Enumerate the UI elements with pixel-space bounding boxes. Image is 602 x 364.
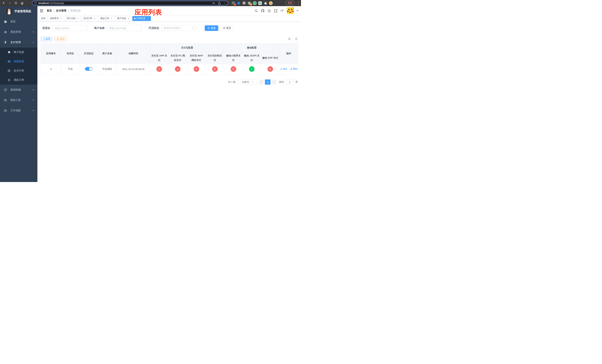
app-name-input[interactable] (52, 25, 87, 31)
extensions-puzzle-icon[interactable] (264, 1, 267, 5)
delete-link[interactable]: 删除 (290, 67, 297, 71)
help-icon[interactable]: ? (267, 9, 271, 13)
tag-refund-order[interactable]: 退款订单 (99, 16, 115, 21)
sidebar: 芋道管理系统 首页 系统管理 ▼ ¥ 支付管理 ▲ 商户信息 (0, 6, 37, 182)
app-logo-row: 芋道管理系统 (0, 6, 37, 16)
address-bar[interactable]: localhost:1024/pay/app ☆ (32, 1, 228, 5)
profile-emoji-icon[interactable] (269, 1, 273, 5)
cell-app-name: 芋道 (61, 64, 80, 75)
tag-process-form[interactable]: 流程表单 (48, 16, 64, 21)
select-placeholder: 请选择开启状态 (164, 26, 181, 30)
chevron-down-icon: ▼ (32, 89, 34, 91)
extension-grid-icon[interactable]: 10 (231, 1, 235, 5)
col-header-alipay-qr: 支付宝扫码支付 (206, 52, 224, 64)
download-icon (57, 38, 59, 40)
user-avatar[interactable] (287, 7, 294, 14)
search-button-label: 搜索 (211, 26, 216, 30)
tag-close-icon[interactable] (110, 17, 113, 20)
sidebar-item-system[interactable]: 系统管理 ▼ (0, 27, 37, 37)
breadcrumb-home[interactable]: 首页 (47, 9, 52, 12)
status-success-icon (249, 66, 255, 72)
extension-command-icon[interactable]: ⌘ (242, 1, 246, 5)
sidebar-item-workflow[interactable]: 工作流程 ▼ (0, 105, 37, 116)
tag-close-icon[interactable] (77, 17, 79, 20)
sidebar-item-label: 工作流程 (10, 109, 21, 112)
next-page-button[interactable]: › (272, 79, 276, 85)
font-size-icon[interactable]: TT (280, 9, 284, 13)
page-annotation: 应用列表 (135, 8, 162, 17)
password-key-icon[interactable] (212, 1, 215, 5)
sidebar-item-infrastructure[interactable]: 基础设施 ▼ (0, 85, 37, 95)
breadcrumb-separator: / (68, 9, 69, 12)
bookmark-star-icon[interactable]: ☆ (224, 2, 226, 4)
tag-pay-order[interactable]: 支付订单 (82, 16, 98, 21)
status-fail-icon (175, 66, 181, 72)
sidebar-item-home[interactable]: 首页 (0, 16, 37, 27)
extension-recorder-icon[interactable]: 1 (247, 1, 251, 5)
sidebar-item-refund-orders[interactable]: 退款订单 (0, 75, 37, 85)
tag-close-icon[interactable] (94, 17, 96, 20)
extension-balloon-icon[interactable] (237, 1, 240, 5)
toggle-search-button[interactable] (287, 36, 292, 42)
header-search-icon[interactable] (254, 9, 258, 13)
github-icon[interactable] (261, 9, 265, 13)
home-icon (21, 1, 24, 5)
browser-reload-button[interactable] (13, 0, 18, 5)
browser-forward-button[interactable] (7, 0, 12, 5)
fullscreen-icon[interactable] (274, 9, 278, 13)
tag-merchant-info[interactable]: 商户信息 (116, 16, 131, 21)
extension-y-icon[interactable]: y (253, 1, 257, 5)
page-size-select[interactable]: 10条/页 ▼ (238, 79, 257, 85)
cell-created-time: 2021-10-23 08:49:25 (117, 64, 150, 75)
search-button[interactable]: 搜索 (205, 25, 218, 31)
col-header-alipay-wap: 支付宝 WAP 网站支付 (187, 52, 206, 64)
prev-page-button[interactable]: ‹ (259, 79, 263, 85)
monitor-icon (4, 88, 7, 91)
status-fail-icon (212, 66, 218, 72)
tag-home[interactable]: 首页 (39, 16, 47, 21)
tag-close-icon[interactable] (127, 17, 130, 20)
sidebar-item-merchant-info[interactable]: 商户信息 (0, 48, 37, 57)
shop-icon (7, 51, 11, 54)
avatar-caret-icon[interactable] (297, 10, 298, 12)
tag-close-icon[interactable] (147, 17, 149, 20)
search-icon (207, 27, 210, 30)
site-info-icon[interactable] (34, 2, 37, 4)
page-number-button[interactable]: 1 (265, 79, 270, 85)
sidebar-item-app-info[interactable]: 应用信息 (0, 57, 37, 66)
enable-status-select[interactable]: 请选择开启状态 ▼ (161, 25, 196, 31)
trash-icon (290, 68, 292, 70)
app-name-input-field[interactable] (55, 27, 85, 30)
reset-button[interactable]: 重置 (220, 25, 234, 31)
app-title: 芋道管理系统 (14, 10, 31, 13)
share-icon[interactable] (218, 1, 221, 5)
table-row: 6 芋道 芋道源码 2021-10-23 08:49:25 (41, 64, 298, 75)
extension-badge: 10 (234, 3, 236, 6)
col-header-created: 创建时间 (117, 43, 150, 64)
extension-chat-icon[interactable] (258, 1, 262, 5)
browser-home-button[interactable] (20, 0, 24, 5)
breadcrumb-payment[interactable]: 支付管理 (56, 9, 66, 12)
sidebar-item-pay-orders[interactable]: ¥ 支付订单 (0, 66, 37, 75)
pay-order-icon: ¥ (7, 69, 11, 72)
browser-back-button[interactable] (1, 0, 6, 5)
merchant-name-input-field[interactable] (109, 27, 140, 30)
sidebar-toggle-button[interactable] (37, 6, 45, 15)
sidebar-item-payment[interactable]: ¥ 支付管理 ▲ (0, 37, 37, 48)
col-header-app-name: 应用名 (61, 43, 80, 64)
enable-toggle[interactable] (85, 67, 92, 71)
merchant-name-input[interactable] (107, 25, 142, 31)
browser-menu-icon[interactable] (298, 1, 299, 5)
chrome-update-button[interactable]: 更新 (285, 1, 294, 5)
edit-pen-icon (280, 68, 282, 70)
tag-user-group[interactable]: 用户分组 (65, 16, 81, 21)
goto-page-input[interactable] (285, 79, 294, 85)
export-button[interactable]: 导出 (54, 36, 67, 42)
tag-close-icon[interactable] (60, 17, 62, 20)
refresh-table-button[interactable] (294, 36, 299, 42)
refresh-icon (295, 38, 298, 40)
add-button[interactable]: 新增 (41, 36, 52, 42)
edit-link[interactable]: 修改 (280, 67, 287, 71)
reset-button-label: 重置 (226, 26, 231, 30)
sidebar-item-dev-tools[interactable]: 研发工具 ▼ (0, 95, 37, 105)
